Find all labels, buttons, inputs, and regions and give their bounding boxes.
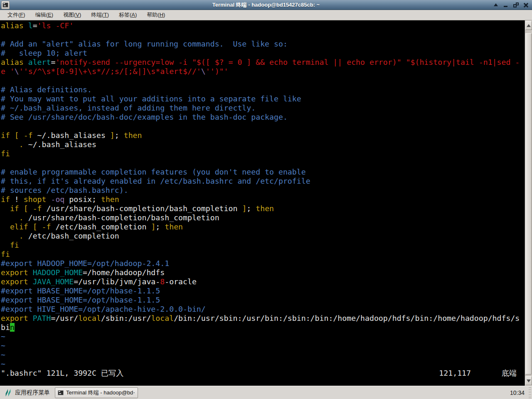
code-segment: fi [10, 241, 19, 249]
terminal-line: ~ [1, 350, 525, 360]
code-segment: [ [33, 222, 37, 231]
code-segment: #export HADOOP_HOME=/opt/hadoop-2.4.1 [1, 259, 169, 268]
menu-item-tabs[interactable]: 标签(A) [114, 10, 142, 20]
menu-item-terminal[interactable]: 终端(T) [86, 10, 114, 20]
panel-handle[interactable] [529, 387, 531, 398]
code-segment: if [1, 131, 10, 140]
maximize-window-icon[interactable] [513, 2, 519, 8]
applications-menu-label: 应用程序菜单 [15, 389, 50, 397]
code-segment [1, 204, 10, 213]
terminal-line: #export HBASE_HOME=/opt/hbase-1.1.5 [1, 286, 525, 296]
code-segment: '')"' [206, 67, 229, 76]
applications-menu-button[interactable]: 应用程序菜单 [0, 387, 55, 399]
code-segment: -oracle [165, 277, 197, 286]
code-segment: bi [1, 323, 10, 332]
terminal-text-area[interactable]: alias l='ls -CF' # Add an "alert" alias … [0, 20, 525, 386]
scrollbar-thumb[interactable] [525, 33, 532, 374]
terminal-line [1, 122, 525, 131]
taskbar: 应用程序菜单 Terminal 终端 - hadoop@bd⋯ 10:34 [0, 386, 532, 399]
taskbar-clock[interactable]: 10:34 [510, 389, 529, 396]
code-segment: =/usr/ [51, 314, 78, 323]
menu-item-help[interactable]: 帮助(H) [142, 10, 170, 20]
terminal-line: ~ [1, 341, 525, 350]
code-segment: alert [28, 58, 51, 66]
code-segment [37, 222, 42, 231]
terminal-line: export HADOOP_HOME=/home/hadoop/hdfs [1, 268, 525, 277]
code-segment: ~ [1, 332, 5, 341]
code-segment [19, 131, 24, 140]
code-segment: fi [1, 250, 10, 259]
code-segment: ] [151, 222, 155, 231]
code-segment: ; [246, 204, 256, 213]
terminal-line: . /usr/share/bash-completion/bash_comple… [1, 213, 525, 222]
menu-item-edit[interactable]: 编辑(E) [30, 10, 58, 20]
terminal-line: export JAVA_HOME=/usr/lib/jvm/java-8-ora… [1, 277, 525, 286]
code-segment [1, 222, 10, 231]
code-segment [10, 131, 15, 140]
window-title: Terminal 终端 - hadoop@bd15427c85cb: ~ [0, 0, 532, 10]
terminal-line: fi [1, 149, 525, 158]
code-segment: # ~/.bash_aliases, instead of adding the… [1, 103, 256, 112]
code-segment: #export HBASE_HOME=/opt/hbase-1.1.5 [1, 286, 160, 295]
title-bar[interactable]: Terminal 终端 - hadoop@bd15427c85cb: ~ [0, 0, 532, 10]
code-segment: fi [1, 149, 10, 158]
code-segment: JAVA_HOME [33, 277, 74, 286]
code-segment: =/home/hadoop/hdfs [83, 268, 165, 277]
taskbar-window-button[interactable]: Terminal 终端 - hadoop@bd⋯ [55, 387, 138, 398]
taskbar-window-label: Terminal 终端 - hadoop@bd⋯ [66, 389, 135, 397]
arrow-down-icon [527, 379, 531, 382]
terminal-line: if [ -f ~/.bash_aliases ]; then [1, 131, 525, 140]
terminal-line: alias l='ls -CF' [1, 21, 525, 30]
code-segment [1, 140, 19, 149]
window-menu-button[interactable] [1, 1, 10, 9]
code-segment: /bin:/usr/sbin:/usr/bin:/sbin:/bin:/home… [174, 314, 520, 323]
terminal-line: ~ [1, 360, 525, 369]
scroll-indicator: 底端 [502, 369, 517, 378]
terminal-line: export PATH=/usr/local/sbin:/usr/local/b… [1, 314, 525, 323]
code-segment: ~ [1, 341, 5, 350]
code-segment [24, 21, 28, 30]
code-segment: # Alias definitions. [1, 85, 92, 94]
code-segment: alias [1, 58, 24, 66]
terminal-line: elif [ -f /etc/bash_completion ]; then [1, 222, 525, 232]
terminal-line: if [ -f /usr/share/bash-completion/bash_… [1, 204, 525, 213]
menu-item-view[interactable]: 视图(V) [58, 10, 86, 20]
code-segment: ~ [1, 350, 5, 359]
minimize-window-icon[interactable] [503, 2, 509, 8]
terminal-scrollbar[interactable] [525, 20, 532, 386]
terminal-line: e '\''s/^\s*[0-9]\+\s*//;s/[;&|]\s*alert… [1, 67, 525, 76]
code-segment: ; [115, 131, 124, 140]
code-segment: local [78, 314, 101, 323]
code-segment [1, 213, 19, 222]
close-window-icon[interactable] [523, 2, 529, 8]
code-segment: # Add an "alert" alias for long running … [1, 39, 288, 48]
terminal-line: # ~/.bash_aliases, instead of adding the… [1, 103, 525, 113]
code-segment: \ [201, 67, 206, 76]
code-segment: export [1, 277, 28, 286]
code-segment: . [19, 213, 24, 222]
code-segment [1, 241, 10, 249]
code-segment: ! [10, 195, 24, 204]
arrow-up-icon [527, 24, 531, 27]
code-segment [47, 195, 51, 204]
terminal-window[interactable]: alias l='ls -CF' # Add an "alert" alias … [0, 20, 532, 386]
code-segment: \ [15, 67, 19, 76]
code-segment [28, 204, 33, 213]
scroll-up-button[interactable] [525, 21, 532, 30]
code-segment: ; [155, 222, 165, 231]
code-segment: #export HIVE_HOME=/opt/apache-hive-2.0.0… [1, 305, 206, 313]
shade-window-icon[interactable] [493, 2, 499, 8]
code-segment [28, 277, 33, 286]
code-segment: HADOOP_HOME [33, 268, 83, 277]
code-segment [19, 204, 24, 213]
scroll-down-button[interactable] [525, 376, 532, 385]
terminal-line: #export HBASE_HOME=/opt/hbase-1.1.5 [1, 296, 525, 305]
terminal-line: # sources /etc/bash.bashrc). [1, 186, 525, 195]
code-segment: -oq [51, 195, 64, 204]
maximize-square-front [513, 4, 517, 7]
code-segment: then [124, 131, 142, 140]
terminal-line [1, 30, 525, 39]
code-segment: ] [242, 204, 246, 213]
terminal-line: # Add an "alert" alias for long running … [1, 39, 525, 49]
menu-item-file[interactable]: 文件(F) [2, 10, 30, 20]
